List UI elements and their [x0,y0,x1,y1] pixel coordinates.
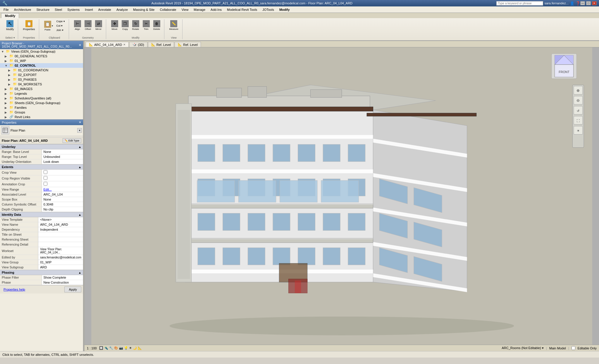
properties-help-link[interactable]: Properties help [2,287,27,292]
view-control-2[interactable]: 🔦 [104,346,108,350]
tree-item-schedules[interactable]: ▶ 📁 Schedules/Quantities (all) [0,96,83,101]
tree-item-worksets[interactable]: ▶ 📁 04_WORKSETS [0,82,83,87]
view-control-4[interactable]: 🎨 [114,346,118,350]
view-control-5[interactable]: 📷 [119,346,123,350]
delete-button[interactable]: 🗑 Delete [152,19,162,31]
expand-families[interactable]: ▶ [5,106,8,109]
rotate-button[interactable]: ↻ Rotate [131,19,141,31]
move-button[interactable]: ✥ Move [110,19,120,31]
menu-structure[interactable]: Structure [34,7,52,12]
crop-view-checkbox[interactable] [44,170,47,174]
tree-item-export[interactable]: ▶ 📁 02_EXPORT [0,73,83,77]
title-search-input[interactable] [496,1,543,6]
menu-jotools[interactable]: JOTools [260,7,276,12]
menu-modify[interactable]: Modify [277,7,292,12]
section-identity-expand[interactable]: ▲ [78,213,81,216]
menu-architecture[interactable]: Architecture [12,7,34,12]
project-browser-close[interactable]: ✕ [79,43,81,47]
menu-modelical[interactable]: Modelical Revit Tools [225,7,259,12]
prop-val-phase-filter[interactable]: Show Complete [42,275,83,280]
prop-val-top-level[interactable]: Unbounded [42,154,83,159]
properties-close-icon[interactable]: ✕ [79,120,81,124]
expand-revit-links[interactable]: ▶ [5,115,8,119]
properties-button[interactable]: 📋 Properties [22,19,37,32]
menu-steel[interactable]: Steel [52,7,64,12]
menu-file[interactable]: File [1,7,11,12]
expand-schedules[interactable]: ▶ [5,97,8,100]
menu-collaborate[interactable]: Collaborate [157,7,178,12]
editable-only-checkbox[interactable] [572,346,575,350]
prop-val-base-level[interactable]: None [42,149,83,154]
tree-item-groups[interactable]: ▶ 📁 Groups [0,110,83,115]
trim-button[interactable]: ✂ Trim [141,19,151,31]
view-control-8[interactable]: 🌙 [133,346,137,350]
expand-sheets[interactable]: ▶ [5,101,8,105]
prop-val-ref-detail[interactable] [38,242,83,247]
prop-val-col-offset[interactable]: 0.3048 [42,202,83,207]
mirror-button[interactable]: ⇄ Mirror [94,19,104,31]
prop-val-crop-view[interactable] [42,170,83,175]
expand-wip[interactable]: ▶ [5,59,8,63]
view-canvas[interactable]: FRONT ⊕ ⊖ ↺ ⛶ ☀ [85,47,599,345]
tree-item-revit-links[interactable]: ▶ 🔗 Revit Links [0,115,83,119]
expand-general[interactable]: ▶ [5,55,8,58]
paste-button[interactable]: 📋 Paste ▾ [43,20,54,32]
view-control-1[interactable]: 🔲 [99,346,103,350]
prop-val-assoc-level[interactable]: ARC_04_L04 [42,192,83,197]
prop-val-phase[interactable]: New Construction [42,280,83,285]
tab-ref-level-2[interactable]: 📐 Ref. Level [175,42,201,47]
tree-item-general-notes[interactable]: ▶ 📁 00_GENERAL NOTES [0,54,83,58]
tree-item-sheets[interactable]: ▶ 📁 Sheets (GEN_Group-Subgroup) [0,101,83,105]
prop-val-ref-sheet[interactable] [38,237,83,242]
close-button[interactable]: ✕ [592,1,597,5]
view-control-6[interactable]: 💡 [124,346,128,350]
cope-button[interactable]: Cope ▾ [55,19,66,23]
expand-views[interactable]: ▼ [1,50,5,53]
menu-manage[interactable]: Manage [191,7,208,12]
section-underlay-expand[interactable]: ▲ [78,145,81,149]
menu-view[interactable]: View [179,7,191,12]
menu-annotate[interactable]: Annotate [96,7,113,12]
tree-item-wip[interactable]: ▶ 📁 01_WIP [0,58,83,63]
tree-item-control[interactable]: ▼ 📁 02_CONTROL [0,63,83,68]
menu-massing[interactable]: Massing & Site [131,7,157,12]
prop-val-view-group[interactable]: 01_WIP [38,260,83,265]
offset-button[interactable]: ⊣ Offset [83,19,93,31]
tree-item-images[interactable]: ▶ 📁 03_IMAGES [0,87,83,91]
minimize-button[interactable]: — [580,1,585,5]
prop-val-annotation-crop[interactable] [42,181,83,187]
expand-worksets[interactable]: ▶ [8,83,12,86]
expand-coordination[interactable]: ▶ [8,69,12,72]
prop-val-workset[interactable]: View 'Floor Plan: ARC_04_L04... [38,247,83,255]
align-button[interactable]: ⊢ Align [73,19,82,31]
prop-val-underlay-orient[interactable]: Look down [42,159,83,164]
expand-legends[interactable]: ▶ [5,92,8,95]
prop-val-view-subgroup[interactable]: ARD [38,265,83,270]
edit-type-button[interactable]: ✏️ Edit Type [63,138,81,143]
expand-groups[interactable]: ▶ [5,111,8,114]
expand-control[interactable]: ▼ [5,64,8,67]
tab-arc04-close[interactable]: ✕ [123,43,125,46]
menu-analyze[interactable]: Analyze [114,7,130,12]
prop-val-title-sheet[interactable] [38,232,83,237]
workset-selector[interactable]: ARC_Rooms (Not Editable) ▾ [502,346,544,350]
menu-insert[interactable]: Insert [82,7,95,12]
tree-item-phases[interactable]: ▶ 📁 03_PHASES [0,77,83,82]
copy-button[interactable]: ❐ Copy [120,19,130,31]
prop-type-dropdown[interactable]: ▾ [77,128,82,133]
section-extents-expand[interactable]: ▲ [78,165,81,169]
tab-arc04[interactable]: 📐 ARC_04_L04_ARD ✕ [86,42,129,47]
prop-val-view-template[interactable]: <None> [38,217,83,222]
prop-val-scope-box[interactable]: None [42,197,83,202]
tab-ref-level-1[interactable]: 📐 Ref. Level [148,42,174,47]
workset-dropdown[interactable]: ▾ [542,346,544,350]
expand-export[interactable]: ▶ [8,73,12,77]
view-range-link[interactable]: Edit... [44,188,52,191]
prop-val-view-range[interactable]: Edit... [42,187,83,192]
prop-val-crop-region[interactable] [42,175,83,181]
prop-val-dependency[interactable]: Independent [38,227,83,232]
ribbon-tab-modify[interactable]: Modify [1,13,19,18]
view-control-7[interactable]: ☀ [129,346,132,350]
prop-val-view-name[interactable]: ARC_04_L04_ARD [38,222,83,227]
tab-3d[interactable]: 🎲 (3D) [129,42,147,47]
